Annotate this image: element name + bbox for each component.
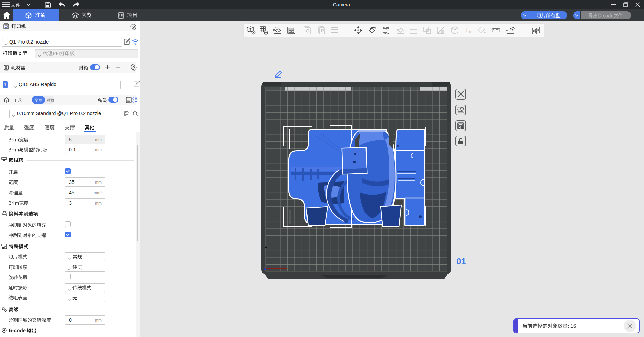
- svg-text:T: T: [465, 27, 469, 33]
- svg-text:AUTO: AUTO: [275, 27, 280, 29]
- svg-text:a: a: [469, 30, 471, 34]
- svg-text:AUTO: AUTO: [457, 107, 462, 109]
